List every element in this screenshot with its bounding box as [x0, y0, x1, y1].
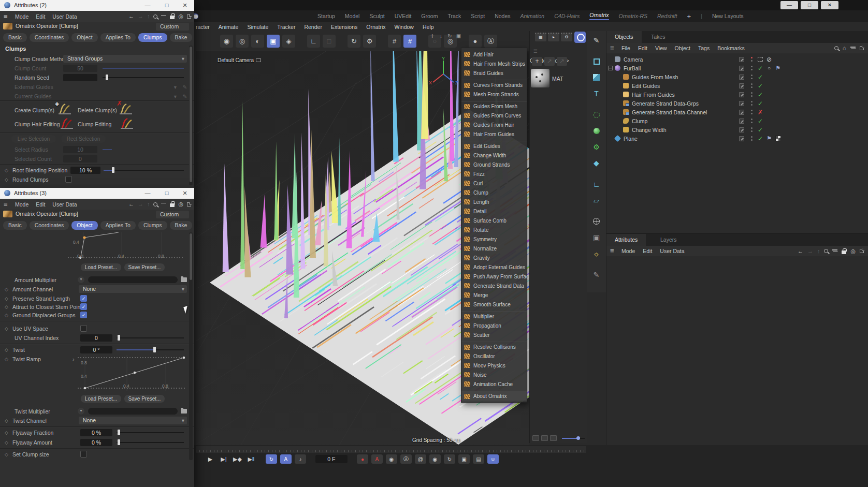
object-label[interactable]: Guides From Mesh: [632, 74, 678, 80]
keyable-diamond-icon[interactable]: ◇: [5, 294, 8, 303]
minimize-button[interactable]: —: [140, 0, 155, 11]
menu-item[interactable]: Window: [395, 24, 414, 30]
object-label[interactable]: Edit Guides: [632, 83, 660, 89]
menu-item[interactable]: User Data: [52, 13, 77, 20]
dolly-icon[interactable]: ↓: [438, 33, 444, 39]
state-icons[interactable]: [758, 81, 780, 90]
key-rotation-button[interactable]: ↻: [444, 454, 455, 464]
visibility-dots-icon[interactable]: [751, 83, 753, 85]
amount-ramp-graph[interactable]: 0.4 0.0 0.4 0.8: [65, 232, 185, 259]
state-icons[interactable]: [758, 116, 780, 125]
ornatrix-menu-item[interactable]: Curves From Strands: [461, 80, 527, 90]
tree-row[interactable]: Edit Guides: [606, 81, 868, 90]
rotate-view-icon[interactable]: ↻: [446, 33, 453, 39]
attributes-2-window[interactable]: Attributes (2) — □ ✕ ModeEditUser Data ←…: [0, 0, 194, 188]
ornatrix-menu-item[interactable]: Moov Physics: [461, 361, 527, 370]
next-key-button[interactable]: ▶◆: [233, 456, 242, 463]
attribute-tab[interactable]: Coordinates: [30, 221, 69, 230]
close-button[interactable]: ✕: [177, 0, 193, 11]
spline-primitive-icon[interactable]: [589, 54, 603, 68]
window-titlebar[interactable]: Attributes (3) — □ ✕: [0, 188, 194, 199]
coord-reset-icon[interactable]: ↻: [348, 35, 360, 48]
keyable-diamond-icon[interactable]: ◇: [5, 175, 8, 184]
up-icon[interactable]: ↑: [147, 199, 150, 210]
filter-icon[interactable]: [161, 202, 166, 206]
close-button[interactable]: ✕: [821, 1, 838, 9]
ornatrix-menu-item[interactable]: About Ornatrix: [461, 391, 527, 401]
toggle-view-icon[interactable]: ▣: [455, 33, 462, 39]
edit-toggle-icon[interactable]: [739, 119, 744, 124]
material-thumbnail[interactable]: [531, 69, 549, 87]
ornatrix-menu-item[interactable]: Surface Comb: [461, 216, 527, 225]
material-name[interactable]: MAT: [552, 76, 563, 82]
attribute-tab[interactable]: Applies To: [100, 33, 136, 42]
save-preset-button[interactable]: Save Preset...: [124, 395, 165, 403]
minimize-button[interactable]: —: [780, 1, 798, 9]
nodes[interactable]: Nodes: [495, 13, 510, 19]
snap-grid-on-icon[interactable]: #: [403, 35, 416, 48]
camera-label[interactable]: Default Camera: [218, 57, 261, 63]
autokey-button[interactable]: A: [371, 454, 383, 464]
state-icons[interactable]: [758, 108, 780, 116]
search-icon[interactable]: [153, 202, 157, 206]
generator-icon[interactable]: ⚙: [589, 140, 603, 154]
sculpt[interactable]: Sculpt: [369, 13, 384, 19]
menu-item[interactable]: Edit: [638, 45, 647, 51]
volume-builder-icon[interactable]: [589, 124, 603, 138]
edit-toggle-icon[interactable]: [739, 57, 744, 62]
target-icon[interactable]: ◎: [178, 199, 183, 210]
back-icon[interactable]: ←: [128, 199, 134, 210]
ornatrix-menu-item[interactable]: Guides From Mesh: [461, 101, 527, 111]
attribute-tab[interactable]: Basic: [3, 221, 27, 230]
hamburger-icon[interactable]: [610, 246, 617, 256]
object-label[interactable]: Camera: [624, 56, 643, 63]
ornatrix-menu-item[interactable]: Frizz: [461, 169, 527, 179]
workplane-icon[interactable]: □: [323, 35, 336, 48]
ornatrix-menu-item[interactable]: Braid Guides: [461, 68, 527, 78]
random-seed-field[interactable]: [63, 74, 97, 81]
ornatrix-menu-item[interactable]: Ground Strands: [461, 160, 527, 169]
app-titlebar[interactable]: — □ ✕: [194, 0, 868, 10]
menu-item[interactable]: Simulate: [247, 24, 268, 30]
ornatrix-menu-item[interactable]: Clump: [461, 188, 527, 197]
ornatrix-menu-item[interactable]: Change Width: [461, 151, 527, 160]
edit-toggle-icon[interactable]: [739, 110, 744, 115]
visibility-dots-icon[interactable]: [751, 101, 753, 102]
attribute-tab[interactable]: Bake: [170, 33, 193, 42]
state-icons[interactable]: [758, 72, 780, 81]
pan-hand-icon[interactable]: ✛: [429, 33, 436, 39]
ornatrix-menu-item[interactable]: Hair From Guides: [461, 129, 527, 139]
groom[interactable]: Groom: [421, 13, 438, 19]
gizmo-settings-icon[interactable]: ⚙: [363, 35, 376, 48]
menu-item[interactable]: Mode: [15, 201, 28, 208]
load-preset-button[interactable]: Load Preset...: [81, 395, 121, 403]
object-label[interactable]: Plane: [624, 136, 638, 142]
menu-item[interactable]: Render: [304, 24, 322, 30]
visibility-dots-icon[interactable]: [751, 110, 753, 111]
hamburger-icon[interactable]: [610, 43, 617, 53]
ornatrix-menu-item[interactable]: Multiplier: [461, 311, 527, 321]
select-radius-field[interactable]: 10: [63, 146, 97, 153]
target-icon[interactable]: ◎: [178, 11, 183, 22]
detail-view-icon[interactable]: [550, 435, 557, 441]
popout-icon[interactable]: [187, 202, 191, 206]
menu-item[interactable]: User Data: [660, 248, 684, 254]
texture-mode-icon[interactable]: ◐: [251, 35, 264, 48]
ornatrix-menu-item[interactable]: Noise: [461, 370, 527, 379]
clump-hair-editing-button[interactable]: [59, 116, 75, 130]
model-mode-icon[interactable]: ◎: [236, 35, 249, 48]
subdivision-icon[interactable]: [589, 108, 603, 122]
clump-editing-button[interactable]: [119, 116, 135, 130]
visibility-dots-icon[interactable]: [751, 136, 753, 138]
edit-toggle-icon[interactable]: [739, 92, 744, 97]
set-clump-size-checkbox[interactable]: [80, 451, 87, 458]
visibility-dots-icon[interactable]: [751, 75, 753, 76]
keyable-diamond-icon[interactable]: ◇: [5, 346, 8, 354]
object-mode-icon[interactable]: ▣: [267, 35, 280, 48]
keyable-diamond-icon[interactable]: ◇: [5, 450, 8, 459]
keyable-diamond-icon[interactable]: ◇: [5, 429, 8, 437]
spline-pen-icon[interactable]: ✎: [589, 33, 603, 47]
axis-icon[interactable]: ∟: [307, 35, 320, 48]
menu-item[interactable]: View: [655, 45, 667, 51]
minimize-button[interactable]: —: [140, 188, 155, 199]
